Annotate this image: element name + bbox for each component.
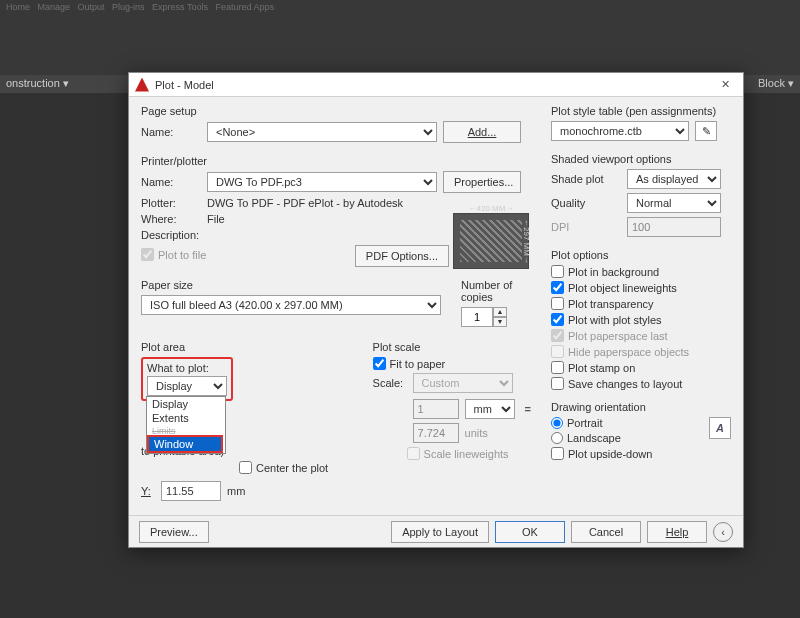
pdf-options-button[interactable]: PDF Options...: [355, 245, 449, 267]
pencil-icon: ✎: [702, 125, 711, 138]
paper-size-select[interactable]: ISO full bleed A3 (420.00 x 297.00 MM): [141, 295, 441, 315]
paper-preview: ←420 MM→ ←297 MM→: [453, 213, 529, 269]
plot-paperspace-check: Plot paperspace last: [551, 329, 731, 342]
plot-style-group: Plot style table (pen assignments) monoc…: [551, 105, 731, 145]
page-setup-name-select[interactable]: <None>: [207, 122, 437, 142]
dpi-label: DPI: [551, 221, 621, 233]
offset-y-unit: mm: [227, 485, 245, 497]
hide-paperspace-check: Hide paperspace objects: [551, 345, 731, 358]
plot-to-file-check: Plot to file: [141, 248, 206, 261]
plot-scale-title: Plot scale: [373, 341, 535, 353]
scale-lineweights-check: Scale lineweights: [407, 447, 535, 460]
shade-plot-label: Shade plot: [551, 173, 621, 185]
plot-style-select[interactable]: monochrome.ctb: [551, 121, 689, 141]
scale-units-label: units: [465, 427, 488, 439]
orientation-group: Drawing orientation Portrait Landscape P…: [551, 401, 731, 463]
dropdown-option-limits[interactable]: Limits: [147, 425, 225, 437]
page-setup-title: Page setup: [141, 105, 535, 117]
printer-title: Printer/plotter: [141, 155, 535, 167]
orientation-icon: A: [709, 417, 731, 439]
quality-select[interactable]: Normal: [627, 193, 721, 213]
panel-left: onstruction ▾: [6, 77, 69, 89]
copies-title: Number of copies: [461, 279, 535, 303]
plot-scale-group: Plot scale Fit to paper Scale: Custom mm…: [373, 341, 535, 505]
plot-dialog: Plot - Model ✕ Page setup Name: <None> A…: [128, 72, 744, 548]
save-changes-check[interactable]: Save changes to layout: [551, 377, 731, 390]
copies-spinner[interactable]: ▲▼: [461, 307, 507, 327]
ribbon: Home Manage Output Plug-ins Express Tool…: [0, 0, 800, 75]
printer-properties-button[interactable]: Properties...: [443, 171, 521, 193]
dropdown-option-extents[interactable]: Extents: [147, 411, 225, 425]
printer-group: Printer/plotter Name: DWG To PDF.pc3 Pro…: [141, 155, 535, 271]
orientation-title: Drawing orientation: [551, 401, 731, 413]
titlebar: Plot - Model ✕: [129, 73, 743, 97]
add-page-setup-button[interactable]: Add...: [443, 121, 521, 143]
scale-unit-select[interactable]: mm: [465, 399, 515, 419]
plot-background-check[interactable]: Plot in background: [551, 265, 731, 278]
scale-den-input: [413, 423, 459, 443]
dropdown-option-display[interactable]: Display: [147, 397, 225, 411]
printer-name-label: Name:: [141, 176, 201, 188]
plot-area-group: Plot area What to plot: Display Display …: [141, 341, 353, 505]
shade-plot-select[interactable]: As displayed: [627, 169, 721, 189]
expand-dialog-button[interactable]: ‹: [713, 522, 733, 542]
chevron-left-icon: ‹: [721, 526, 725, 538]
copies-input[interactable]: [461, 307, 493, 327]
what-to-plot-label: What to plot:: [147, 362, 227, 374]
dialog-title: Plot - Model: [155, 79, 713, 91]
where-value: File: [207, 213, 225, 225]
scale-label: Scale:: [373, 377, 407, 389]
dpi-input: [627, 217, 721, 237]
paper-width-label: ←420 MM→: [454, 204, 528, 213]
plot-transparency-check[interactable]: Plot transparency: [551, 297, 731, 310]
paper-size-group: Paper size ISO full bleed A3 (420.00 x 2…: [141, 279, 441, 327]
plot-area-title: Plot area: [141, 341, 353, 353]
paper-size-title: Paper size: [141, 279, 441, 291]
upside-down-check[interactable]: Plot upside-down: [551, 447, 709, 460]
apply-to-layout-button[interactable]: Apply to Layout: [391, 521, 489, 543]
copies-group: Number of copies ▲▼: [461, 279, 535, 327]
scale-select: Custom: [413, 373, 513, 393]
plot-style-title: Plot style table (pen assignments): [551, 105, 731, 117]
dropdown-option-window[interactable]: Window: [147, 435, 223, 453]
plot-options-title: Plot options: [551, 249, 731, 261]
plot-lineweights-check[interactable]: Plot object lineweights: [551, 281, 731, 294]
help-button[interactable]: Help: [647, 521, 707, 543]
plot-styles-check[interactable]: Plot with plot styles: [551, 313, 731, 326]
shaded-viewport-group: Shaded viewport options Shade plotAs dis…: [551, 153, 731, 241]
equals-icon: =: [521, 403, 535, 415]
plotter-label: Plotter:: [141, 197, 201, 209]
plot-style-edit-button[interactable]: ✎: [695, 121, 717, 141]
fit-to-paper-check[interactable]: Fit to paper: [373, 357, 535, 370]
cancel-button[interactable]: Cancel: [571, 521, 641, 543]
shaded-title: Shaded viewport options: [551, 153, 731, 165]
preview-button[interactable]: Preview...: [139, 521, 209, 543]
paper-height-label: ←297 MM→: [522, 214, 531, 268]
ribbon-item: Home Manage Output Plug-ins Express Tool…: [6, 2, 274, 12]
close-button[interactable]: ✕: [713, 78, 737, 91]
landscape-radio[interactable]: Landscape: [551, 432, 709, 444]
quality-label: Quality: [551, 197, 621, 209]
what-to-plot-dropdown[interactable]: Display Extents Limits Window: [146, 396, 226, 454]
offset-y-label: Y:: [141, 485, 155, 497]
dialog-footer: Preview... Apply to Layout OK Cancel Hel…: [129, 515, 743, 547]
scale-num-input: [413, 399, 459, 419]
page-setup-group: Page setup Name: <None> Add...: [141, 105, 535, 147]
plot-options-group: Plot options Plot in background Plot obj…: [551, 249, 731, 393]
center-plot-check[interactable]: Center the plot: [239, 461, 328, 474]
printer-name-select[interactable]: DWG To PDF.pc3: [207, 172, 437, 192]
copies-up-icon[interactable]: ▲: [493, 307, 507, 317]
where-label: Where:: [141, 213, 201, 225]
page-setup-name-label: Name:: [141, 126, 201, 138]
autocad-logo-icon: [135, 78, 149, 92]
copies-down-icon[interactable]: ▼: [493, 317, 507, 327]
panel-right: Block ▾: [758, 77, 794, 90]
offset-y-input[interactable]: [161, 481, 221, 501]
plot-stamp-check[interactable]: Plot stamp on: [551, 361, 731, 374]
plotter-value: DWG To PDF - PDF ePlot - by Autodesk: [207, 197, 447, 209]
portrait-radio[interactable]: Portrait: [551, 417, 709, 429]
desc-label: Description:: [141, 229, 201, 241]
what-to-plot-select[interactable]: Display: [147, 376, 227, 396]
ok-button[interactable]: OK: [495, 521, 565, 543]
what-to-plot-highlight: What to plot: Display: [141, 357, 233, 401]
